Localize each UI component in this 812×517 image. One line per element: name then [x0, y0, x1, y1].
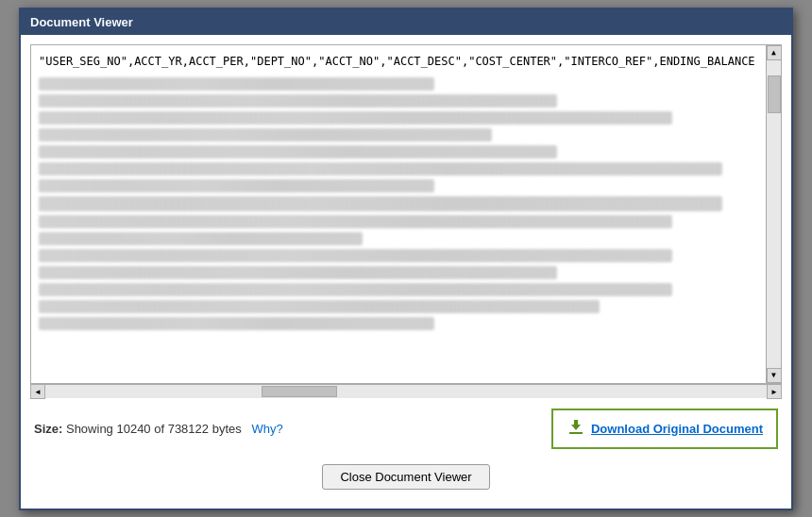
dialog-body: "USER_SEG_NO",ACCT_YR,ACCT_PER,"DEPT_NO"…: [21, 35, 791, 509]
blurred-line-7: [39, 179, 434, 192]
scroll-right-icon: ►: [770, 388, 778, 396]
close-row: Close Document Viewer: [30, 459, 782, 499]
vertical-scrollbar[interactable]: ▲ ▼: [766, 45, 781, 383]
scroll-up-button[interactable]: ▲: [767, 45, 782, 60]
document-content-area: "USER_SEG_NO",ACCT_YR,ACCT_PER,"DEPT_NO"…: [30, 44, 782, 384]
scroll-down-button[interactable]: ▼: [767, 368, 782, 383]
why-link[interactable]: Why?: [252, 422, 283, 436]
document-text: "USER_SEG_NO",ACCT_YR,ACCT_PER,"DEPT_NO"…: [31, 45, 766, 383]
size-info: Size: Showing 10240 of 738122 bytes Why?: [34, 422, 283, 436]
scroll-left-button[interactable]: ◄: [30, 384, 45, 399]
scroll-left-icon: ◄: [34, 388, 42, 396]
blurred-line-3: [39, 111, 672, 125]
blurred-line-6: [39, 162, 722, 175]
blurred-line-10: [39, 232, 363, 245]
scroll-track-h[interactable]: [45, 385, 767, 398]
footer-row: Size: Showing 10240 of 738122 bytes Why?…: [30, 399, 782, 459]
document-first-line: "USER_SEG_NO",ACCT_YR,ACCT_PER,"DEPT_NO"…: [39, 53, 758, 70]
blurred-line-2: [39, 94, 557, 108]
scroll-down-icon: ▼: [771, 371, 776, 379]
scroll-up-icon: ▲: [771, 48, 776, 57]
scroll-track-v[interactable]: [767, 60, 781, 368]
dialog-title: Document Viewer: [21, 9, 791, 35]
blurred-line-4: [39, 128, 492, 142]
blurred-line-12: [39, 266, 557, 279]
svg-rect-0: [569, 432, 583, 434]
blurred-line-11: [39, 249, 672, 262]
blurred-line-9: [39, 215, 672, 228]
blurred-line-15: [39, 317, 434, 330]
scroll-thumb-v[interactable]: [768, 75, 781, 113]
download-icon: [567, 418, 585, 440]
blurred-line-5: [39, 145, 557, 158]
document-viewer-dialog: Document Viewer "USER_SEG_NO",ACCT_YR,AC…: [19, 8, 793, 510]
horizontal-scrollbar-container: ◄ ►: [30, 384, 782, 399]
size-value: Showing 10240 of 738122 bytes: [66, 422, 242, 436]
blurred-line-8: [39, 196, 722, 211]
svg-marker-1: [571, 420, 581, 430]
blurred-line-13: [39, 283, 672, 296]
blurred-line-14: [39, 300, 600, 313]
scroll-thumb-h[interactable]: [262, 386, 337, 397]
download-label: Download Original Document: [591, 422, 763, 436]
download-button[interactable]: Download Original Document: [551, 409, 778, 449]
scroll-right-button[interactable]: ►: [767, 384, 782, 399]
size-label: Size:: [34, 422, 62, 436]
blurred-line-1: [39, 77, 434, 91]
close-document-viewer-button[interactable]: Close Document Viewer: [322, 464, 489, 490]
